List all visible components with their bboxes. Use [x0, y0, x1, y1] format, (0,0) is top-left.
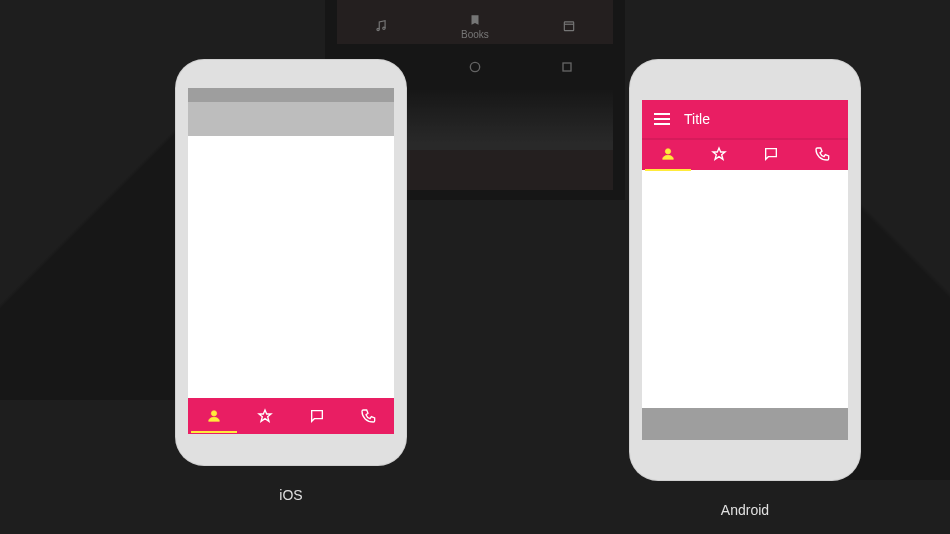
ios-bottom-tab-bar [188, 398, 394, 434]
svg-point-6 [665, 149, 670, 154]
tab-phone[interactable] [359, 407, 377, 425]
nav-recent-icon [558, 58, 576, 76]
svg-point-0 [377, 28, 379, 30]
ios-app-bar [188, 102, 394, 136]
background-tab-music [374, 19, 388, 33]
svg-rect-2 [565, 22, 574, 31]
ios-content-area [188, 136, 394, 398]
ios-status-bar [188, 88, 394, 102]
android-app-bar: Title [642, 100, 848, 138]
tab-message[interactable] [308, 407, 326, 425]
background-tab-calendar [562, 19, 576, 33]
svg-rect-4 [563, 63, 571, 71]
svg-point-1 [382, 27, 384, 29]
android-appbar-title: Title [684, 111, 710, 127]
tab-message[interactable] [762, 145, 780, 163]
ios-screen [188, 88, 394, 429]
tab-star[interactable] [256, 407, 274, 425]
background-tab-books-label: Books [461, 29, 489, 40]
background-tabbar: Books [337, 8, 613, 44]
tab-person[interactable] [205, 407, 223, 425]
ios-device-label: iOS [279, 487, 302, 503]
android-device-frame: Title Android [630, 60, 860, 480]
ios-device-frame: iOS [176, 60, 406, 465]
android-content-area [642, 170, 848, 408]
svg-point-3 [470, 62, 479, 71]
tab-phone[interactable] [813, 145, 831, 163]
android-screen: Title [642, 100, 848, 440]
android-tab-bar [642, 138, 848, 170]
hamburger-menu-icon[interactable] [654, 113, 670, 125]
tab-person[interactable] [659, 145, 677, 163]
nav-home-icon [466, 58, 484, 76]
android-device-label: Android [721, 502, 769, 518]
background-tab-books: Books [461, 13, 489, 40]
android-system-navbar [642, 408, 848, 440]
svg-point-5 [211, 411, 216, 416]
tab-star[interactable] [710, 145, 728, 163]
background-shape-left [0, 120, 190, 400]
